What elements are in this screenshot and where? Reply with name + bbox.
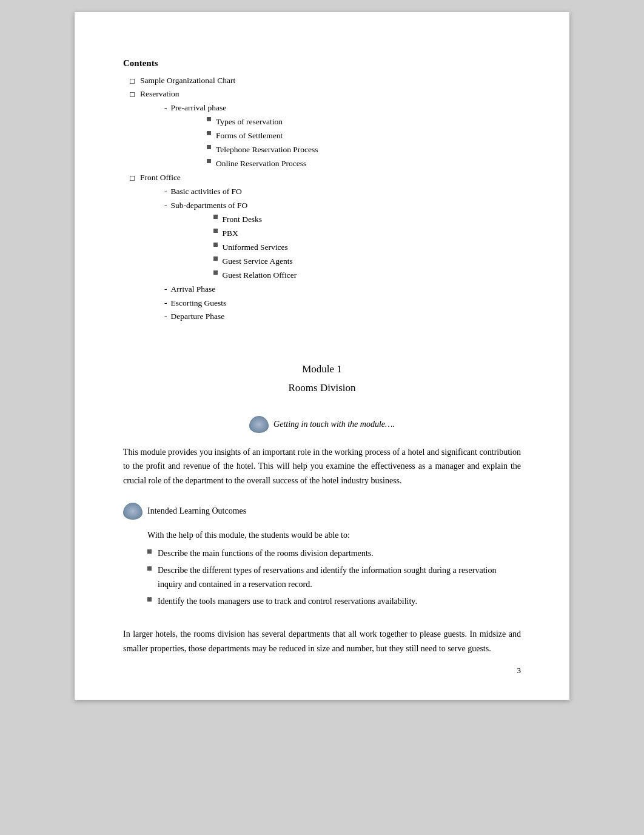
toc-label-online-reservation: Online Reservation Process	[216, 157, 306, 171]
toc-label-escorting-guests: Escorting Guests	[171, 297, 227, 310]
module-section: Module 1 Rooms Division	[123, 360, 521, 397]
toc-label-uniformed-services: Uniformed Services	[223, 241, 288, 255]
bullet-sq-icon	[147, 549, 152, 554]
bullet-icon: ☐	[129, 173, 135, 184]
toc-item-guest-relation-officer: Guest Relation Officer	[213, 269, 297, 283]
blob-icon-ilo	[123, 503, 143, 520]
dash-icon: -	[164, 310, 167, 324]
toc-label-front-desks: Front Desks	[223, 213, 263, 227]
bullet-sq-icon	[147, 566, 152, 571]
toc-item-reservation: ☐ Reservation - Pre-arrival phase Types …	[129, 87, 521, 171]
toc-item-guest-service-agents: Guest Service Agents	[213, 255, 297, 269]
ilo-label: Intended Learning Outcomes	[147, 506, 246, 516]
toc-item-arrival-phase: - Arrival Phase	[164, 283, 297, 297]
toc-item-departure-phase: - Departure Phase	[164, 310, 297, 324]
module-title-line1: Module 1	[123, 360, 521, 379]
getting-in-touch-label: Getting in touch with the module….	[273, 420, 395, 429]
toc-item-sub-departments: - Sub-departments of FO Front Desks	[164, 199, 297, 283]
bullet-sq-icon	[207, 131, 211, 135]
toc-label-guest-relation-officer: Guest Relation Officer	[223, 269, 297, 283]
toc-label-departure-phase: Departure Phase	[171, 310, 225, 324]
toc-item-types-reservation: Types of reservation	[207, 115, 318, 129]
toc-item-escorting-guests: - Escorting Guests	[164, 297, 297, 310]
ilo-item-2-text: Describe the different types of reservat…	[158, 563, 521, 592]
final-paragraph: In larger hotels, the rooms division has…	[123, 627, 521, 656]
bullet-sq-icon	[207, 117, 211, 121]
bullet-sq-icon	[213, 257, 218, 261]
toc-item-sample-org: ☐ Sample Organizational Chart	[129, 74, 521, 88]
ilo-list-item-1: Describe the main functions of the rooms…	[147, 546, 521, 561]
toc-label-arrival-phase: Arrival Phase	[171, 283, 216, 297]
table-of-contents: Contents ☐ Sample Organizational Chart ☐…	[123, 56, 521, 324]
toc-label-telephone-reservation: Telephone Reservation Process	[216, 143, 318, 157]
toc-label-guest-service-agents: Guest Service Agents	[223, 255, 293, 269]
toc-label-pbx: PBX	[223, 227, 238, 241]
ilo-item-3-text: Identify the tools managers use to track…	[158, 594, 417, 609]
ilo-intro: With the help of this module, the studen…	[147, 528, 521, 543]
toc-label-pre-arrival: Pre-arrival phase	[171, 101, 227, 115]
dash-icon: -	[164, 101, 167, 115]
bullet-icon: ☐	[129, 89, 135, 101]
toc-level3-group: Types of reservation Forms of Settlement…	[207, 115, 318, 171]
toc-item-front-office: ☐ Front Office - Basic activities of FO …	[129, 171, 521, 324]
ilo-content: With the help of this module, the studen…	[147, 528, 521, 609]
module-title-line2: Rooms Division	[123, 379, 521, 398]
toc-label-reservation: Reservation	[140, 89, 179, 98]
toc-label-front-office: Front Office	[140, 173, 181, 182]
bullet-sq-icon	[207, 159, 211, 163]
toc-item-uniformed-services: Uniformed Services	[213, 241, 297, 255]
bullet-sq-icon	[213, 243, 218, 247]
toc-heading: Contents	[123, 56, 521, 72]
blob-icon	[249, 416, 269, 433]
toc-item-basic-activities: - Basic activities of FO	[164, 185, 297, 199]
toc-label-sub-departments: Sub-departments of FO	[171, 201, 248, 210]
toc-label-forms-settlement: Forms of Settlement	[216, 129, 283, 143]
toc-item-online-reservation: Online Reservation Process	[207, 157, 318, 171]
toc-item-telephone-reservation: Telephone Reservation Process	[207, 143, 318, 157]
bullet-sq-icon	[213, 215, 218, 219]
page-number: 3	[517, 666, 522, 676]
bullet-sq-icon	[213, 229, 218, 233]
getting-in-touch-section: Getting in touch with the module….	[123, 416, 521, 433]
dash-icon: -	[164, 283, 167, 297]
toc-label-basic-activities: Basic activities of FO	[171, 185, 242, 199]
toc-label-sample-org: Sample Organizational Chart	[140, 74, 235, 88]
ilo-item-1-text: Describe the main functions of the rooms…	[158, 546, 374, 561]
dash-icon: -	[164, 199, 167, 213]
toc-item-pre-arrival: - Pre-arrival phase Types of reservation…	[164, 101, 318, 171]
bullet-icon: ☐	[129, 76, 135, 87]
ilo-list-item-2: Describe the different types of reservat…	[147, 563, 521, 592]
toc-item-pbx: PBX	[213, 227, 297, 241]
bullet-sq-icon	[147, 597, 152, 602]
ilo-section: Intended Learning Outcomes	[123, 503, 521, 520]
dash-icon: -	[164, 185, 167, 199]
page: Contents ☐ Sample Organizational Chart ☐…	[75, 12, 569, 700]
bullet-sq-icon	[207, 145, 211, 149]
ilo-list-item-3: Identify the tools managers use to track…	[147, 594, 521, 609]
toc-item-front-desks: Front Desks	[213, 213, 297, 227]
bullet-sq-icon	[213, 270, 218, 275]
intro-paragraph: This module provides you insights of an …	[123, 445, 521, 488]
toc-level3-subdepts: Front Desks PBX Uniformed Services	[213, 213, 297, 283]
toc-label-types-reservation: Types of reservation	[216, 115, 283, 129]
toc-item-forms-settlement: Forms of Settlement	[207, 129, 318, 143]
dash-icon: -	[164, 297, 167, 310]
